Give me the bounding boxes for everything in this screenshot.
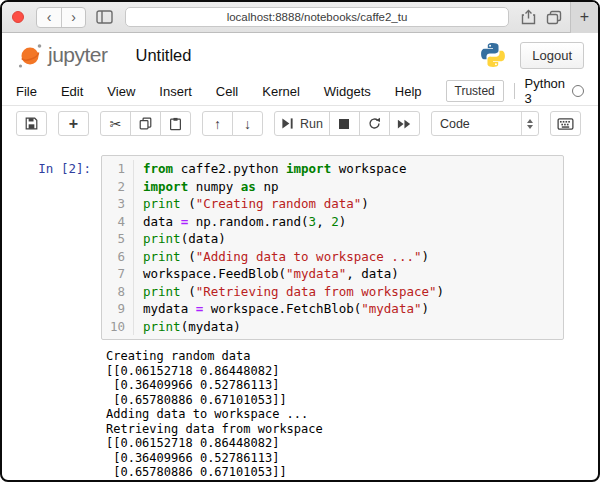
line-number: 5 [102,230,134,248]
menu-item-edit[interactable]: Edit [61,84,83,99]
output-line: [0.36409966 0.52786113] [106,378,598,393]
output-line: [[0.06152718 0.86448082] [106,364,598,379]
step-forward-icon [281,117,294,130]
code-cell-editor[interactable]: 1from caffe2.python import workspace2imp… [101,155,564,340]
kernel-name: Python 3 [525,76,566,106]
output-line: [0.65780886 0.67101053]] [106,465,598,480]
cell-type-select[interactable]: Code [431,111,539,136]
jupyter-wordmark: jupyter [48,43,108,67]
logout-button[interactable]: Logout [520,42,584,69]
stop-icon [339,119,349,129]
line-number: 3 [102,195,134,213]
url-text: localhost:8888/notebooks/caffe2_tu [227,11,408,23]
copy-cell-button[interactable] [130,111,161,136]
window-close-button[interactable] [12,11,24,23]
output-area: Creating random data[[0.06152718 0.86448… [106,349,598,480]
code-line: 3print ("Creating random data") [102,195,563,213]
input-prompt: In [2]: [2,155,101,340]
code-line: 9mydata = workspace.FetchBlob("mydata") [102,300,563,318]
code-line: 8print ("Retrieving data from workspace"… [102,283,563,301]
line-number: 10 [102,318,134,336]
paste-cell-button[interactable] [160,111,191,136]
code-line: 5print(data) [102,230,563,248]
fast-forward-icon [397,118,411,130]
cut-cell-button[interactable]: ✂ [100,111,131,136]
browser-chrome: ‹ › localhost:8888/notebooks/caffe2_tu + [2,2,598,33]
menu-item-view[interactable]: View [107,84,135,99]
share-icon[interactable] [521,9,536,25]
notebook-header: jupyter Untitled Logout [2,33,598,77]
menu-item-help[interactable]: Help [395,84,422,99]
select-arrows-icon [521,112,538,135]
tabs-overview-icon[interactable] [546,10,562,25]
code-line: 4data = np.random.rand(3, 2) [102,213,563,231]
nav-button-group: ‹ › [36,7,86,28]
python-logo-icon [480,42,506,68]
new-tab-button[interactable]: + [570,2,598,33]
line-number: 1 [102,160,134,178]
menu-bar: FileEditViewInsertCellKernelWidgetsHelp … [2,77,598,106]
move-cell-up-button[interactable]: ↑ [202,111,233,136]
code-line: 10print(mydata) [102,318,563,336]
line-number: 2 [102,178,134,196]
interrupt-kernel-button[interactable] [329,111,360,136]
menu-item-kernel[interactable]: Kernel [262,84,300,99]
refresh-icon [368,117,381,130]
trusted-button[interactable]: Trusted [446,80,504,102]
code-line: 6print ("Adding data to workspace ...") [102,248,563,266]
line-number: 9 [102,300,134,318]
output-line: Retrieving data from workspace [106,422,598,437]
forward-button[interactable]: › [61,8,85,27]
run-cell-button[interactable]: Run [274,111,330,136]
back-button[interactable]: ‹ [37,8,61,27]
code-lines: 1from caffe2.python import workspace2imp… [102,160,563,335]
browser-window: ‹ › localhost:8888/notebooks/caffe2_tu +… [0,0,600,482]
divider [514,83,515,99]
notebook-title[interactable]: Untitled [136,46,192,65]
address-bar[interactable]: localhost:8888/notebooks/caffe2_tu [125,7,509,27]
add-cell-button[interactable]: + [58,111,89,136]
code-line: 1from caffe2.python import workspace [102,160,563,178]
output-line: [[0.06152718 0.86448082] [106,436,598,451]
run-label: Run [300,117,323,131]
line-number: 7 [102,265,134,283]
move-cell-down-button[interactable]: ↓ [232,111,263,136]
output-line: [0.65780886 0.67101053]] [106,393,598,408]
restart-run-all-button[interactable] [389,111,420,136]
menu-item-insert[interactable]: Insert [159,84,192,99]
line-number: 8 [102,283,134,301]
save-button[interactable] [16,111,47,136]
keyboard-icon [557,118,574,130]
notebook-toolbar: + ✂ ↑ ↓ Run [2,106,598,141]
code-line: 7workspace.FeedBlob("mydata", data) [102,265,563,283]
cell-type-value: Code [432,117,521,131]
menu-item-file[interactable]: File [16,84,37,99]
jupyter-logo-icon[interactable] [16,41,45,70]
output-line: Adding data to workspace ... [106,407,598,422]
line-number: 4 [102,213,134,231]
menu-item-cell[interactable]: Cell [216,84,238,99]
code-cell-row: In [2]: 1from caffe2.python import works… [2,155,598,340]
line-number: 6 [102,248,134,266]
menu-items: FileEditViewInsertCellKernelWidgetsHelp [16,84,446,99]
menu-item-widgets[interactable]: Widgets [324,84,371,99]
kernel-status-icon [572,85,584,97]
restart-kernel-button[interactable] [359,111,390,136]
output-line: [0.36409966 0.52786113] [106,451,598,466]
command-palette-button[interactable] [550,111,581,136]
code-line: 2import numpy as np [102,178,563,196]
output-line: Creating random data [106,349,598,364]
sidebar-icon[interactable] [96,10,113,24]
